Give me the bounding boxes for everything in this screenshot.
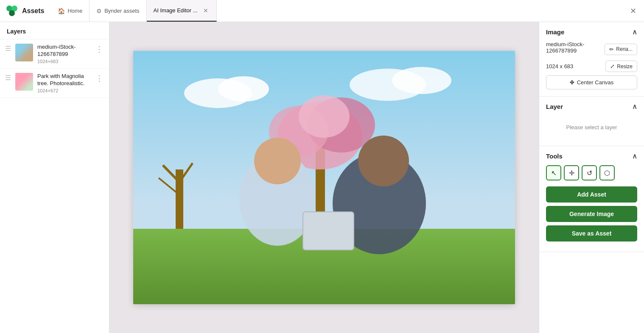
layer-section-header[interactable]: Layer ∧	[539, 97, 644, 116]
layer-menu-icon[interactable]: ⋮	[95, 73, 104, 84]
layer-item[interactable]: ☰ Park with Magnolia tree. Photorealisti…	[0, 69, 109, 98]
resize-button[interactable]: ⤢ Resize	[605, 61, 637, 72]
image-name-label: medium-iStock-1266787899	[546, 41, 601, 54]
layer-section-content: Please select a layer	[539, 116, 644, 146]
edit-icon: ✏	[609, 46, 614, 53]
select-tool-icon: ↖	[551, 169, 557, 177]
drag-handle-icon[interactable]: ☰	[5, 44, 11, 53]
tab-editor-close[interactable]: ✕	[202, 7, 210, 14]
rotate-tool-icon: ↺	[587, 169, 592, 177]
layer-section: Layer ∧ Please select a layer	[539, 97, 644, 146]
add-asset-button[interactable]: Add Asset	[546, 186, 637, 203]
tab-home-label: Home	[67, 8, 82, 14]
crop-tool-button[interactable]: ⬡	[599, 165, 615, 180]
tab-bar: 🏠 Home ⚙ Bynder assets AI Image Editor .…	[51, 0, 627, 22]
topbar: Assets 🏠 Home ⚙ Bynder assets AI Image E…	[0, 0, 644, 22]
dimensions-label: 1024 x 683	[546, 63, 602, 69]
bynder-icon: ⚙	[96, 8, 102, 14]
image-section-title: Image	[546, 28, 564, 36]
image-section-content: medium-iStock-1266787899 ✏ Rena... 1024 …	[539, 41, 644, 96]
center-canvas-label: Center Canvas	[577, 79, 614, 86]
main-layout: Layers ☰ medium-iStock-1266787899 1024×6…	[0, 22, 644, 333]
app-title: Assets	[22, 7, 44, 15]
layer-section-title: Layer	[546, 103, 563, 110]
layers-panel-header: Layers	[0, 22, 109, 39]
tab-editor-label: AI Image Editor ...	[154, 7, 198, 14]
svg-point-2	[9, 10, 15, 16]
layer-name: Park with Magnolia tree. Photorealistic.	[37, 73, 90, 87]
image-section-header[interactable]: Image ∧	[539, 22, 644, 41]
layer-item[interactable]: ☰ medium-iStock-1266787899 1024×683 ⋮	[0, 39, 109, 69]
layer-list: ☰ medium-iStock-1266787899 1024×683 ⋮ ☰ …	[0, 39, 109, 333]
resize-icon: ⤢	[610, 63, 615, 69]
tools-section: Tools ∧ ↖ ✛ ↺ ⬡	[539, 146, 644, 252]
canvas-svg-scene	[133, 51, 515, 304]
app-logo-icon	[5, 4, 19, 18]
center-canvas-icon: ✤	[570, 79, 574, 86]
svg-point-21	[358, 136, 409, 186]
save-as-asset-button[interactable]: Save as Asset	[546, 225, 637, 241]
right-panel: Image ∧ medium-iStock-1266787899 ✏ Rena.…	[539, 22, 644, 333]
svg-point-5	[218, 76, 269, 102]
move-tool-button[interactable]: ✛	[564, 165, 579, 180]
dimensions-row: 1024 x 683 ⤢ Resize	[546, 61, 637, 72]
layer-thumbnail	[15, 73, 33, 91]
image-name-row: medium-iStock-1266787899 ✏ Rena...	[546, 41, 637, 57]
layer-info: Park with Magnolia tree. Photorealistic.…	[37, 73, 90, 93]
rename-button[interactable]: ✏ Rena...	[605, 44, 637, 55]
layer-placeholder-text: Please select a layer	[546, 116, 637, 139]
tab-home[interactable]: 🏠 Home	[51, 0, 90, 22]
tools-row: ↖ ✛ ↺ ⬡	[546, 165, 637, 180]
image-section: Image ∧ medium-iStock-1266787899 ✏ Rena.…	[539, 22, 644, 97]
move-tool-icon: ✛	[569, 169, 574, 177]
tab-editor[interactable]: AI Image Editor ... ✕	[147, 0, 217, 22]
tab-bynder[interactable]: ⚙ Bynder assets	[90, 0, 146, 22]
window-close-button[interactable]: ✕	[627, 5, 639, 17]
svg-point-7	[392, 67, 451, 94]
generate-image-button[interactable]: Generate Image	[546, 206, 637, 222]
tools-section-header[interactable]: Tools ∧	[539, 146, 644, 165]
app-logo: Assets	[5, 4, 44, 18]
center-canvas-button[interactable]: ✤ Center Canvas	[546, 75, 637, 89]
home-icon: 🏠	[58, 8, 65, 14]
svg-point-17	[299, 95, 350, 138]
layer-name: medium-iStock-1266787899	[37, 44, 90, 58]
layers-panel: Layers ☰ medium-iStock-1266787899 1024×6…	[0, 22, 109, 333]
tools-section-title: Tools	[546, 153, 563, 160]
layer-thumbnail	[15, 44, 33, 61]
resize-label: Resize	[617, 64, 633, 69]
canvas-area[interactable]	[109, 22, 539, 333]
canvas-image	[133, 51, 515, 304]
layer-menu-icon[interactable]: ⋮	[95, 44, 104, 55]
rotate-tool-button[interactable]: ↺	[582, 165, 597, 180]
canvas-placeholder	[133, 51, 515, 304]
drag-handle-icon[interactable]: ☰	[5, 74, 11, 82]
rename-label: Rena...	[616, 46, 633, 52]
tools-section-chevron: ∧	[632, 152, 637, 160]
image-section-chevron: ∧	[632, 28, 637, 36]
layer-section-chevron: ∧	[632, 103, 637, 111]
tools-section-content: ↖ ✛ ↺ ⬡ Add Asset Generate Image Save as…	[539, 165, 644, 252]
crop-tool-icon: ⬡	[604, 169, 610, 177]
layer-size: 1024×672	[37, 88, 90, 93]
layer-info: medium-iStock-1266787899 1024×683	[37, 44, 90, 64]
svg-point-19	[254, 138, 301, 184]
select-tool-button[interactable]: ↖	[546, 165, 561, 180]
svg-rect-22	[303, 212, 354, 250]
tab-bynder-label: Bynder assets	[104, 8, 139, 14]
layer-size: 1024×683	[37, 59, 90, 64]
